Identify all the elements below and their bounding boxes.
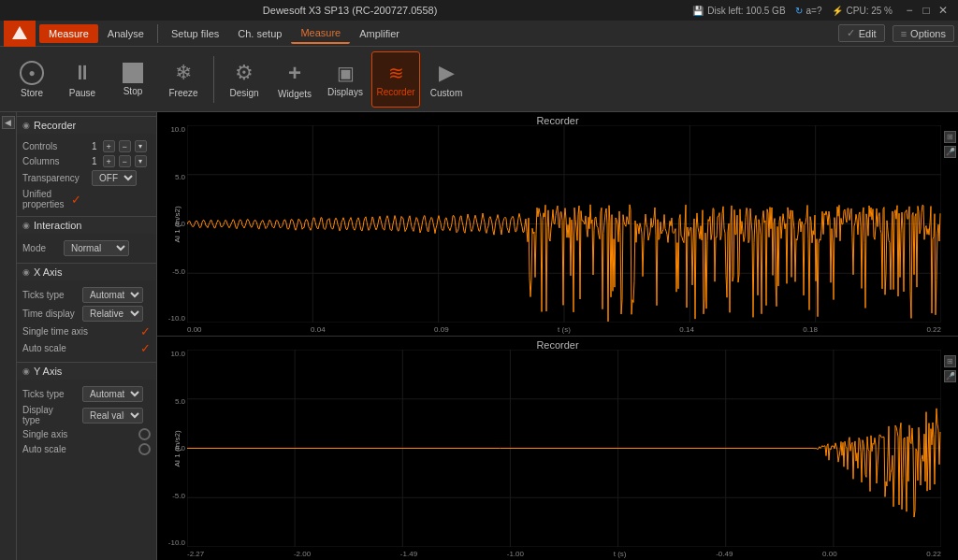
yaxis-section-content: Ticks type Automatic Displaytype Real va… — [17, 380, 156, 462]
auto-scale-y-label: Auto scale — [22, 444, 66, 454]
maximize-button[interactable]: □ — [919, 3, 934, 18]
y-ticks-type-label: Ticks type — [22, 389, 79, 399]
svg-marker-0 — [12, 26, 27, 39]
transparency-dropdown[interactable]: OFF ON — [92, 170, 137, 186]
app-title: Dewesoft X3 SP13 (RC-200727.0558) — [7, 5, 692, 16]
sidebar-collapse-button[interactable]: ◀ — [2, 116, 15, 129]
recorder-section-header[interactable]: ◉ Recorder — [17, 116, 156, 134]
single-time-check: ✓ — [140, 324, 151, 338]
columns-chevron[interactable]: ▾ — [135, 155, 147, 167]
stop-button[interactable]: Stop — [109, 51, 157, 108]
widgets-button[interactable]: + Widgets — [270, 51, 319, 108]
options-btn[interactable]: ≡ Options — [893, 25, 954, 42]
ticks-type-dropdown[interactable]: Automatic — [82, 287, 143, 303]
columns-row: Columns 1 + − ▾ — [22, 155, 151, 167]
columns-label: Columns — [22, 156, 88, 166]
columns-minus[interactable]: − — [119, 155, 131, 167]
y-ticks-type-dropdown[interactable]: Automatic — [82, 386, 143, 402]
menubar: Measure Analyse Setup files Ch. setup Me… — [0, 21, 958, 47]
edit-btn[interactable]: ✓ Edit — [838, 24, 885, 42]
xaxis-section-header[interactable]: ◉ X Axis — [17, 263, 156, 280]
stop-icon — [123, 63, 143, 83]
logo-icon — [10, 24, 29, 43]
display-type-row: Displaytype Real value — [22, 405, 151, 425]
recorder-button[interactable]: ≋ Recorder — [371, 51, 420, 108]
chart1-icon2[interactable]: 🎤 — [944, 146, 956, 158]
chart2-canvas[interactable] — [187, 350, 941, 547]
disk-status: 💾 Disk left: 100.5 GB — [692, 3, 785, 18]
minimize-button[interactable]: − — [902, 3, 917, 18]
chart2-icon1[interactable]: ⊞ — [944, 355, 956, 367]
display-type-dropdown[interactable]: Real value — [82, 408, 143, 424]
freeze-button[interactable]: ❄ Freeze — [159, 51, 208, 108]
interaction-section-header[interactable]: ◉ Interaction — [17, 216, 156, 234]
chart1: Recorder 10.0 5.0 0.0 -5.0 -10.0 AI 1 (m… — [157, 112, 958, 337]
window-controls: 💾 Disk left: 100.5 GB ↻ a=? ⚡ CPU: 25 % … — [692, 3, 951, 18]
single-time-row: Single time axis ✓ — [22, 324, 151, 338]
unified-row: Unifiedproperties ✓ — [22, 189, 151, 209]
sidebar: ◉ Recorder Controls 1 + − ▾ Columns 1 + … — [17, 112, 157, 560]
edit-check-icon: ✓ — [847, 27, 855, 39]
recorder-section-content: Controls 1 + − ▾ Columns 1 + − ▾ Transpa… — [17, 134, 156, 216]
freeze-icon: ❄ — [175, 61, 192, 85]
columns-plus[interactable]: + — [103, 155, 115, 167]
chart2-title: Recorder — [536, 339, 578, 351]
ticks-type-row: Ticks type Automatic — [22, 287, 151, 303]
chart2-side-icons: ⊞ 🎤 — [944, 355, 956, 382]
chart2: Recorder 10.0 5.0 0.0 -5.0 -10.0 AI 1 (m… — [157, 337, 958, 560]
auto-scale-x-row: Auto scale ✓ — [22, 341, 151, 355]
store-button[interactable]: ● Store — [7, 51, 56, 108]
controls-minus[interactable]: − — [119, 140, 131, 152]
ch-setup-btn[interactable]: Ch. setup — [228, 24, 291, 43]
auto-scale-y-radio[interactable] — [138, 443, 151, 455]
unified-label: Unifiedproperties — [22, 189, 64, 209]
yaxis-section-arrow: ◉ — [22, 366, 30, 376]
xaxis-section-content: Ticks type Automatic Time display Relati… — [17, 280, 156, 362]
mode-dropdown[interactable]: Normal — [64, 240, 129, 256]
single-time-label: Single time axis — [22, 326, 88, 337]
chart1-icon1[interactable]: ⊞ — [944, 131, 956, 143]
loading-icon: ↻ — [795, 6, 803, 16]
mode-label: Mode — [22, 243, 60, 253]
chart2-icon2[interactable]: 🎤 — [944, 370, 956, 382]
amplifier-btn[interactable]: Amplifier — [350, 24, 409, 43]
transparency-label: Transparency — [22, 173, 88, 183]
close-button[interactable]: ✕ — [936, 3, 951, 18]
interaction-section-content: Mode Normal — [17, 234, 156, 263]
setup-files-btn[interactable]: Setup files — [162, 24, 228, 43]
analyse-btn[interactable]: Analyse — [98, 24, 153, 43]
custom-button[interactable]: ▶ Custom — [422, 51, 471, 108]
controls-chevron[interactable]: ▾ — [135, 140, 147, 152]
tool-separator — [213, 56, 214, 103]
chart1-side-icons: ⊞ 🎤 — [944, 131, 956, 158]
cpu-status: ⚡ CPU: 25 % — [832, 3, 893, 18]
single-axis-label: Single axis — [22, 429, 67, 439]
time-display-dropdown[interactable]: Relative — [82, 306, 143, 322]
xaxis-section-arrow: ◉ — [22, 267, 30, 277]
displays-icon: ▣ — [337, 62, 355, 84]
pause-button[interactable]: ⏸ Pause — [58, 51, 107, 108]
measure-tab-btn[interactable]: Measure — [291, 23, 350, 44]
design-icon: ⚙ — [235, 61, 254, 85]
toolbar: ● Store ⏸ Pause Stop ❄ Freeze ⚙ Design +… — [0, 47, 958, 112]
measure-btn-active[interactable]: Measure — [39, 24, 98, 43]
single-axis-radio[interactable] — [138, 428, 151, 440]
time-display-label: Time display — [22, 309, 79, 319]
recorder-section-arrow: ◉ — [22, 121, 30, 130]
controls-plus[interactable]: + — [103, 140, 115, 152]
chart2-y-label: AI 1 (m/s2) — [173, 430, 181, 467]
time-display-row: Time display Relative — [22, 306, 151, 322]
main-area: ◀ ◉ Recorder Controls 1 + − ▾ Columns 1 … — [0, 112, 958, 560]
mode-row: Mode Normal — [22, 240, 151, 256]
ticks-type-label: Ticks type — [22, 290, 79, 300]
display-type-label: Displaytype — [22, 405, 79, 425]
design-button[interactable]: ⚙ Design — [220, 51, 269, 108]
unified-check-icon: ✓ — [71, 193, 81, 207]
yaxis-section-header[interactable]: ◉ Y Axis — [17, 362, 156, 380]
chart1-canvas[interactable] — [187, 125, 941, 323]
controls-row: Controls 1 + − ▾ — [22, 140, 151, 152]
displays-button[interactable]: ▣ Displays — [321, 51, 370, 108]
chart1-title: Recorder — [536, 115, 578, 126]
options-icon: ≡ — [901, 28, 907, 39]
custom-icon: ▶ — [439, 61, 455, 85]
